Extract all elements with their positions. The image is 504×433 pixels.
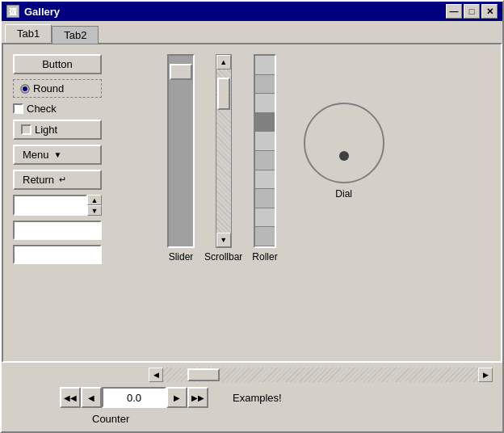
spinner-buttons: ▲ ▼ [87, 195, 102, 216]
roller-cell [255, 132, 275, 151]
roller-cell [255, 56, 275, 75]
roller-cell [255, 208, 275, 228]
roller-cell [255, 94, 275, 113]
roller-cell [255, 227, 275, 246]
spinner-input[interactable] [13, 195, 87, 216]
slider-track[interactable] [167, 54, 195, 248]
text-input-1[interactable] [13, 221, 102, 240]
roller-cell [255, 75, 275, 95]
round-radio[interactable]: Round [13, 79, 102, 98]
window-title: Gallery [24, 6, 446, 18]
check-checkbox[interactable]: Check [13, 103, 154, 115]
roller-cell [255, 113, 275, 132]
slider-thumb[interactable] [170, 64, 192, 80]
dial-label: Dial [335, 188, 352, 200]
return-icon: ↵ [59, 174, 66, 185]
spinner-up-button[interactable]: ▲ [87, 195, 102, 205]
h-scroll-left-button[interactable]: ◀ [149, 368, 163, 382]
tab-tab1[interactable]: Tab1 [5, 24, 52, 43]
h-scroll-track[interactable] [163, 368, 478, 382]
roller-cell [255, 151, 275, 170]
dial-container: Dial [304, 54, 384, 351]
scroll-thumb[interactable] [217, 78, 230, 110]
spinner-widget: ▲ ▼ [13, 195, 102, 216]
menu-arrow-icon: ▼ [54, 150, 62, 159]
counter-back-button[interactable]: ◀ [81, 387, 102, 408]
window-icon: 🖼 [6, 5, 19, 18]
menu-button[interactable]: Menu ▼ [13, 145, 102, 165]
roller-track[interactable] [254, 54, 276, 248]
dial-widget[interactable] [304, 103, 384, 183]
spinner-down-button[interactable]: ▼ [87, 205, 102, 216]
slider-label: Slider [169, 251, 194, 263]
counter-label-row: Counter [11, 413, 493, 425]
radio-dot [23, 86, 27, 91]
main-window: 🖼 Gallery — □ ✕ Tab1 Tab2 Button Round [0, 0, 504, 433]
light-button[interactable]: Light [13, 120, 102, 140]
scrollbar-label: Scrollbar [204, 251, 242, 263]
roller-label: Roller [252, 251, 277, 263]
checkbox-box [13, 103, 23, 114]
slider-container: Slider [167, 54, 195, 351]
left-column: Button Round Check Light Menu ▼ Retur [13, 54, 154, 351]
minimize-button[interactable]: — [446, 4, 462, 19]
roller-cell [255, 170, 275, 190]
examples-label: Examples! [233, 392, 282, 404]
button-widget[interactable]: Button [13, 54, 102, 74]
counter-rewind-button[interactable]: ◀◀ [60, 387, 81, 408]
roller-container: Roller [252, 54, 277, 351]
content-area: Button Round Check Light Menu ▼ Retur [2, 43, 502, 363]
middle-column: Slider ▲ ▼ Scrollbar [167, 54, 384, 351]
tab-tab2[interactable]: Tab2 [52, 26, 99, 44]
bottom-area: ◀ ▶ ◀◀ ◀ 0.0 ▶ ▶▶ Examples! Counter [2, 363, 502, 431]
dial-indicator [339, 151, 349, 161]
counter-forward-button[interactable]: ▶ [166, 387, 187, 408]
maximize-button[interactable]: □ [464, 4, 480, 19]
h-scroll-thumb[interactable] [187, 368, 220, 381]
h-scroll-right-button[interactable]: ▶ [478, 368, 493, 382]
scroll-down-button[interactable]: ▼ [216, 233, 231, 247]
counter-fast-forward-button[interactable]: ▶▶ [187, 387, 208, 408]
roller-cell [255, 189, 275, 208]
scroll-up-button[interactable]: ▲ [216, 55, 231, 69]
tab-bar: Tab1 Tab2 [2, 21, 502, 43]
counter-display: 0.0 [102, 387, 166, 408]
light-indicator [21, 124, 32, 135]
titlebar-buttons: — □ ✕ [446, 4, 498, 19]
titlebar: 🖼 Gallery — □ ✕ [2, 2, 502, 21]
counter-row: ◀◀ ◀ 0.0 ▶ ▶▶ Examples! [11, 387, 493, 408]
text-input-2[interactable] [13, 245, 102, 264]
h-scrollbar-row: ◀ ▶ [11, 368, 493, 382]
scrollbar[interactable]: ▲ ▼ [216, 54, 232, 248]
close-button[interactable]: ✕ [481, 4, 498, 19]
scroll-track[interactable] [216, 69, 231, 233]
scrollbar-container: ▲ ▼ Scrollbar [204, 54, 242, 351]
return-button[interactable]: Return ↵ [13, 170, 102, 190]
radio-circle [20, 84, 30, 94]
counter-label: Counter [92, 413, 129, 425]
